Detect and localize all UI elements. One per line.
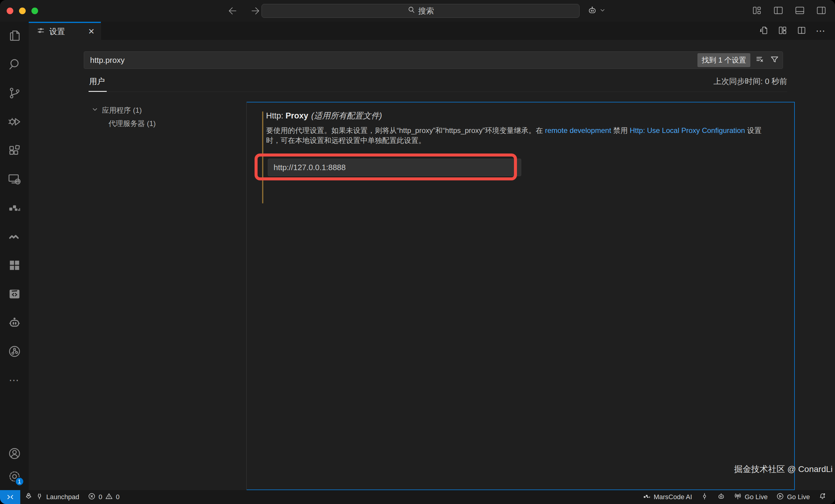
problems-item[interactable]: 0 0 xyxy=(83,490,124,504)
editor-area: 设置 ✕ ⋯ 找到 1 个设置 xyxy=(29,22,835,490)
settings-list: Http: Proxy(适用所有配置文件) 要使用的代理设置。如果未设置，则将从… xyxy=(247,102,795,490)
activity-bar-bottom: 1 xyxy=(7,447,21,490)
more-views-icon[interactable]: ⋯ xyxy=(7,373,21,387)
history-navigation xyxy=(227,5,261,18)
window-controls xyxy=(7,7,38,14)
go-back-icon[interactable] xyxy=(227,5,238,18)
vscode-window: 搜索 ⋯ xyxy=(0,0,835,504)
layout-grid-icon[interactable] xyxy=(777,25,788,37)
remote-development-link[interactable]: remote development xyxy=(545,126,611,134)
golive-play-item[interactable]: Go Live xyxy=(772,490,814,504)
golive-label: Go Live xyxy=(787,493,810,501)
search-view-icon[interactable] xyxy=(7,57,21,71)
accounts-icon[interactable] xyxy=(7,447,21,461)
proxy-value-input[interactable] xyxy=(268,159,521,176)
setting-description: 要使用的代理设置。如果未设置，则将从“http_proxy”和“https_pr… xyxy=(266,125,774,145)
toc-label: 代理服务器 (1) xyxy=(108,119,156,128)
settings-search-row: 找到 1 个设置 xyxy=(84,51,783,69)
sync-status-text: 上次同步时间: 0 秒前 xyxy=(713,76,787,91)
golive-broadcast-item[interactable]: Go Live xyxy=(730,490,772,504)
settings-badge: 1 xyxy=(15,477,24,486)
rocket-icon xyxy=(24,492,33,502)
toggle-panel-icon[interactable] xyxy=(794,5,805,17)
titlebar: 搜索 xyxy=(0,0,835,22)
broadcast-icon xyxy=(734,492,742,502)
settings-search-input[interactable] xyxy=(84,51,783,69)
errors-icon xyxy=(88,492,96,502)
tab-label: 设置 xyxy=(49,26,65,37)
warnings-icon xyxy=(105,492,113,502)
more-actions-icon[interactable]: ⋯ xyxy=(816,25,826,37)
settings-gear-icon[interactable]: 1 xyxy=(7,469,21,483)
use-local-proxy-link[interactable]: Http: Use Local Proxy Configuration xyxy=(630,126,745,134)
error-count: 0 xyxy=(99,493,102,501)
results-count-badge: 找到 1 个设置 xyxy=(697,53,750,67)
setting-value-row xyxy=(268,159,521,176)
search-tools: 找到 1 个设置 xyxy=(697,51,779,69)
plug-icon xyxy=(35,492,43,502)
remote-explorer-icon[interactable] xyxy=(7,172,21,186)
code-container-extension-icon[interactable] xyxy=(7,287,21,301)
open-settings-json-icon[interactable] xyxy=(758,25,769,37)
robot-icon xyxy=(587,5,597,17)
robot-icon xyxy=(717,492,725,502)
warning-count: 0 xyxy=(116,493,119,501)
zoom-window-button[interactable] xyxy=(32,7,38,14)
robot-extension-icon[interactable] xyxy=(7,316,21,330)
share-graph-extension-icon[interactable] xyxy=(7,344,21,358)
settings-toc: 应用程序 (1) 代理服务器 (1) xyxy=(29,102,247,490)
statusbar-right: MarsCode AI Go Live Go Live xyxy=(638,490,835,504)
extensions-icon[interactable] xyxy=(7,144,21,158)
tab-settings[interactable]: 设置 ✕ xyxy=(29,22,101,40)
modified-indicator xyxy=(262,111,263,203)
command-center-search[interactable]: 搜索 xyxy=(262,4,579,18)
settings-sliders-icon xyxy=(37,26,45,37)
explorer-icon[interactable] xyxy=(7,29,21,43)
customize-layout-icon[interactable] xyxy=(752,5,762,17)
launchpad-item[interactable]: Launchpad xyxy=(20,490,83,504)
close-tab-icon[interactable]: ✕ xyxy=(88,27,95,36)
toc-label: 应用程序 (1) xyxy=(102,105,142,115)
notifications-item[interactable] xyxy=(814,490,831,504)
grid-extension-icon[interactable] xyxy=(7,258,21,272)
marscode-item[interactable]: MarsCode AI xyxy=(638,490,696,504)
setting-name: Proxy xyxy=(286,111,308,120)
play-circle-icon xyxy=(776,492,784,502)
wave-extension-icon[interactable] xyxy=(7,230,21,244)
blocks-chart-extension-icon[interactable] xyxy=(7,201,21,215)
layout-controls xyxy=(752,5,827,17)
desc-text: 要使用的代理设置。如果未设置，则将从“http_proxy”和“https_pr… xyxy=(266,126,545,134)
tab-bar: 设置 ✕ ⋯ xyxy=(29,22,835,40)
search-icon xyxy=(407,6,415,16)
toggle-primary-sidebar-icon[interactable] xyxy=(773,5,783,17)
scope-tab-user[interactable]: 用户 xyxy=(88,76,107,92)
robot-status-item[interactable] xyxy=(713,490,730,504)
marscode-logo-icon xyxy=(643,492,651,502)
run-debug-icon[interactable] xyxy=(7,115,21,129)
settings-body: 应用程序 (1) 代理服务器 (1) Http: Proxy(适用所有配置文件)… xyxy=(29,102,835,490)
status-bar: Launchpad 0 0 MarsCode AI Go Live xyxy=(0,490,835,504)
golive-label: Go Live xyxy=(745,493,768,501)
setting-scope-note: (适用所有配置文件) xyxy=(311,111,382,120)
setting-title: Http: Proxy(适用所有配置文件) xyxy=(266,110,794,121)
desc-text: 禁用 xyxy=(611,126,630,134)
setting-http-proxy: Http: Proxy(适用所有配置文件) 要使用的代理设置。如果未设置，则将从… xyxy=(247,102,794,176)
watermark-text: 掘金技术社区 @ ConardLi xyxy=(734,463,833,475)
close-window-button[interactable] xyxy=(7,7,13,14)
chevron-down-icon xyxy=(599,7,606,15)
clear-filters-icon[interactable] xyxy=(755,55,765,66)
go-forward-icon[interactable] xyxy=(250,5,261,18)
remote-indicator[interactable] xyxy=(0,490,20,504)
source-control-icon[interactable] xyxy=(7,86,21,100)
bell-icon xyxy=(818,492,827,502)
copilot-menu[interactable] xyxy=(587,4,606,18)
launchpad-label: Launchpad xyxy=(46,493,79,501)
toggle-secondary-sidebar-icon[interactable] xyxy=(816,5,827,17)
split-editor-icon[interactable] xyxy=(797,25,807,37)
commit-item[interactable] xyxy=(696,490,713,504)
toc-item-proxy[interactable]: 代理服务器 (1) xyxy=(29,117,246,130)
toc-item-application[interactable]: 应用程序 (1) xyxy=(29,104,246,117)
filter-funnel-icon[interactable] xyxy=(770,55,779,66)
minimize-window-button[interactable] xyxy=(19,7,26,14)
settings-scope-row: 用户 上次同步时间: 0 秒前 xyxy=(88,76,787,92)
